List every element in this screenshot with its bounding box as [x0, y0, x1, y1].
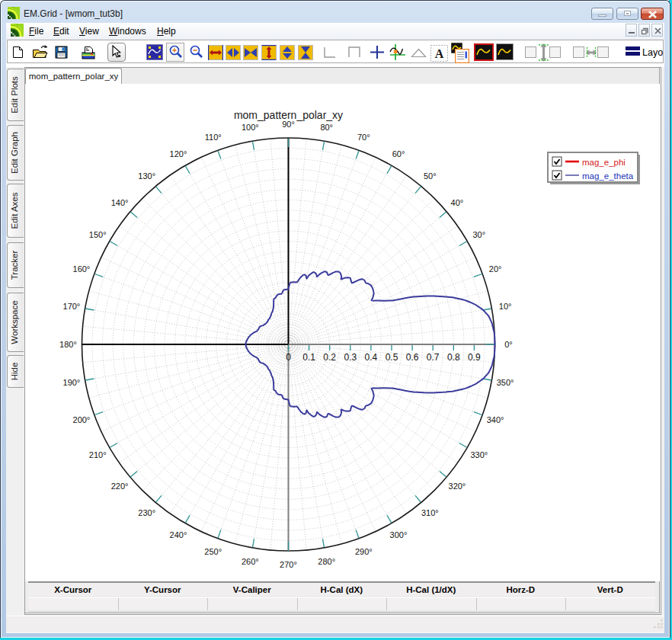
svg-text:260°: 260°	[242, 557, 259, 566]
svg-text:290°: 290°	[355, 547, 373, 556]
svg-text:180°: 180°	[59, 340, 77, 349]
svg-text:190°: 190°	[63, 378, 81, 387]
svg-text:240°: 240°	[170, 530, 187, 539]
svg-text:0.7: 0.7	[427, 352, 440, 363]
svg-text:0.2: 0.2	[323, 352, 336, 363]
svg-text:20°: 20°	[489, 264, 502, 274]
svg-text:0: 0	[286, 352, 291, 363]
svg-text:220°: 220°	[111, 482, 129, 491]
svg-text:210°: 210°	[89, 450, 107, 459]
svg-text:150°: 150°	[89, 230, 107, 239]
svg-text:80°: 80°	[320, 123, 333, 132]
svg-text:0.1: 0.1	[302, 352, 315, 363]
svg-text:300°: 300°	[390, 530, 408, 539]
svg-text:0.5: 0.5	[386, 352, 398, 363]
svg-text:30°: 30°	[472, 230, 485, 239]
svg-text:0°: 0°	[504, 340, 513, 349]
svg-text:0.6: 0.6	[406, 352, 419, 363]
svg-text:130°: 130°	[138, 171, 155, 181]
svg-text:40°: 40°	[451, 198, 464, 207]
svg-text:100°: 100°	[242, 123, 259, 132]
svg-text:50°: 50°	[424, 171, 437, 181]
svg-text:250°: 250°	[204, 547, 222, 556]
svg-text:mag_e_theta: mag_e_theta	[582, 171, 634, 181]
svg-text:280°: 280°	[318, 557, 335, 566]
svg-text:70°: 70°	[357, 133, 370, 142]
svg-text:200°: 200°	[73, 415, 91, 424]
svg-text:mag_e_phi: mag_e_phi	[582, 158, 626, 167]
svg-text:160°: 160°	[73, 264, 91, 274]
svg-text:0.3: 0.3	[344, 352, 357, 363]
svg-text:mom_pattern_polar_xy: mom_pattern_polar_xy	[234, 109, 343, 121]
svg-text:10°: 10°	[499, 302, 512, 311]
svg-text:0.9: 0.9	[468, 352, 481, 363]
svg-text:A: A	[435, 47, 444, 60]
svg-text:320°: 320°	[449, 482, 466, 491]
svg-text:340°: 340°	[487, 415, 504, 424]
svg-text:0.4: 0.4	[365, 352, 378, 363]
svg-text:230°: 230°	[138, 508, 155, 517]
svg-text:60°: 60°	[392, 149, 405, 158]
svg-text:0.8: 0.8	[447, 352, 460, 363]
svg-text:110°: 110°	[205, 133, 222, 142]
svg-text:350°: 350°	[497, 378, 514, 387]
svg-text:310°: 310°	[421, 508, 439, 517]
svg-text:330°: 330°	[470, 450, 488, 459]
svg-text:270°: 270°	[280, 560, 297, 569]
svg-text:170°: 170°	[63, 302, 81, 311]
svg-text:140°: 140°	[111, 198, 129, 207]
svg-text:120°: 120°	[170, 149, 187, 158]
